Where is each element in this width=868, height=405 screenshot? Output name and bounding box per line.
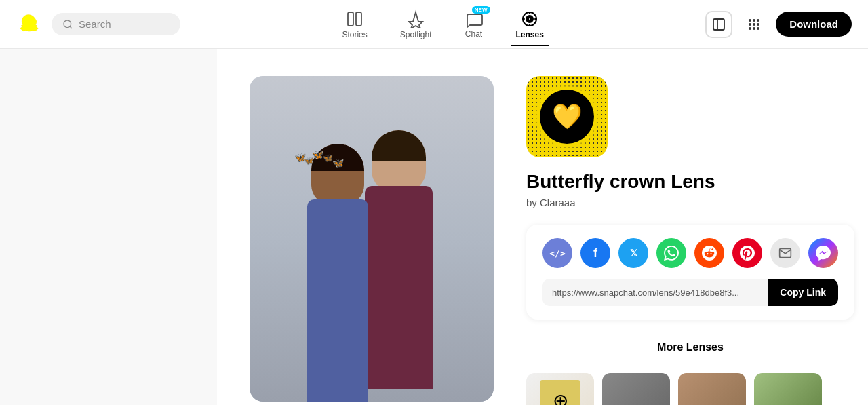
whatsapp-icon	[664, 246, 679, 261]
person-left: 🦋 🦋 🦋 🦋 🦋	[283, 144, 392, 402]
stories-icon	[345, 9, 364, 28]
lens-thumbnail-3[interactable]	[678, 373, 746, 405]
link-url-text: https://www.snapchat.com/lens/59e418dbe8…	[542, 279, 768, 306]
copy-link-button[interactable]: Copy Link	[768, 279, 838, 306]
twitter-icon: 𝕏	[630, 248, 637, 258]
share-reddit-button[interactable]	[694, 238, 724, 268]
header-right: Download	[705, 11, 852, 38]
more-lenses-grid: ⊕	[526, 373, 854, 405]
nav-chat[interactable]: NEW Chat	[459, 7, 489, 41]
email-icon	[778, 246, 792, 260]
share-pinterest-button[interactable]	[732, 238, 762, 268]
lens-title: Butterfly crown Lens	[526, 171, 854, 193]
main-content: 🦋 🦋 🦋 🦋 🦋 💛 Butterfly crown Len	[0, 49, 868, 405]
main-nav: Stories Spotlight NEW Chat	[336, 7, 549, 42]
download-button[interactable]: Download	[776, 12, 852, 37]
sidebar-toggle-button[interactable]	[705, 11, 732, 38]
svg-point-16	[757, 27, 760, 30]
snapchat-logo[interactable]	[16, 12, 41, 37]
header: Search Stories Spotlight NEW	[0, 0, 868, 49]
sidebar-icon	[712, 18, 726, 31]
svg-point-8	[749, 19, 751, 22]
lens-thumbnail-2[interactable]	[602, 373, 670, 405]
link-row: https://www.snapchat.com/lens/59e418dbe8…	[542, 279, 838, 306]
lens-qr-code: 💛	[526, 76, 608, 157]
butterfly-5: 🦋	[332, 157, 344, 168]
lenses-icon	[520, 9, 539, 28]
svg-point-10	[757, 19, 760, 22]
spotlight-icon	[406, 9, 425, 28]
lens-thumbnail-1[interactable]: ⊕	[526, 373, 594, 405]
share-section: </> f 𝕏	[526, 225, 854, 320]
qr-dots-decoration	[526, 76, 608, 157]
share-whatsapp-button[interactable]	[656, 238, 686, 268]
svg-point-6	[528, 18, 531, 20]
svg-marker-3	[409, 12, 422, 28]
chat-icon-container: NEW	[465, 10, 484, 29]
share-twitter-button[interactable]: 𝕏	[618, 238, 648, 268]
svg-point-12	[753, 23, 755, 26]
spotlight-label: Spotlight	[400, 30, 432, 39]
nav-lenses[interactable]: Lenses	[511, 7, 549, 42]
new-badge: NEW	[472, 6, 490, 14]
apps-button[interactable]	[741, 11, 768, 38]
nav-spotlight[interactable]: Spotlight	[395, 7, 437, 42]
svg-point-14	[749, 27, 751, 30]
search-placeholder: Search	[79, 18, 111, 30]
lens-author: by Claraaa	[526, 197, 854, 208]
svg-point-15	[753, 27, 755, 30]
messenger-icon	[816, 246, 831, 261]
butterfly-4: 🦋	[323, 153, 333, 163]
lens-info: 💛 Butterfly crown Lens by Claraaa </> f	[526, 76, 854, 405]
svg-point-11	[749, 23, 751, 26]
svg-rect-7	[713, 19, 724, 30]
svg-point-13	[757, 23, 760, 26]
more-lenses-title: More Lenses	[526, 341, 854, 362]
share-icons-row: </> f 𝕏	[542, 238, 838, 268]
more-lenses-section: More Lenses ⊕	[526, 341, 854, 405]
lens-preview-area: 🦋 🦋 🦋 🦋 🦋	[250, 76, 494, 405]
grid-icon	[747, 18, 761, 31]
lens-thumbnail-4[interactable]	[754, 373, 822, 405]
pinterest-icon	[740, 246, 755, 261]
sidebar	[0, 49, 217, 405]
butterfly-3: 🦋	[312, 149, 323, 160]
share-email-button[interactable]	[770, 238, 800, 268]
share-facebook-button[interactable]: f	[580, 238, 610, 268]
share-messenger-button[interactable]	[808, 238, 838, 268]
content-area: 🦋 🦋 🦋 🦋 🦋 💛 Butterfly crown Len	[217, 49, 868, 405]
embed-icon: </>	[549, 248, 565, 258]
svg-point-0	[64, 20, 71, 28]
search-bar[interactable]: Search	[52, 13, 180, 35]
lenses-label: Lenses	[516, 30, 544, 39]
chat-label: Chat	[465, 29, 482, 39]
share-embed-button[interactable]: </>	[542, 238, 572, 268]
lens-preview-image: 🦋 🦋 🦋 🦋 🦋	[250, 76, 494, 402]
search-icon	[62, 19, 73, 30]
stories-label: Stories	[342, 30, 367, 39]
facebook-icon: f	[593, 246, 597, 261]
svg-rect-1	[348, 12, 353, 26]
svg-point-9	[753, 19, 755, 22]
reddit-icon	[702, 246, 717, 261]
svg-rect-2	[356, 12, 361, 26]
nav-stories[interactable]: Stories	[336, 7, 372, 42]
